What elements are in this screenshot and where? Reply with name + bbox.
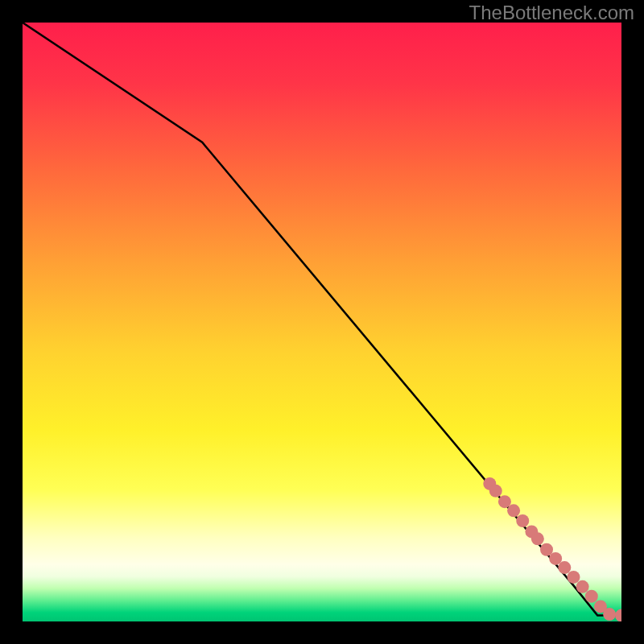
data-point bbox=[558, 561, 571, 574]
data-point bbox=[585, 590, 598, 603]
watermark-text: TheBottleneck.com bbox=[469, 2, 634, 24]
data-point bbox=[507, 504, 520, 517]
chart-svg bbox=[23, 23, 621, 621]
data-point bbox=[531, 532, 544, 545]
data-point bbox=[489, 485, 502, 497]
data-point bbox=[603, 608, 616, 621]
chart-container: TheBottleneck.com bbox=[0, 0, 644, 644]
plot-area bbox=[23, 23, 621, 621]
data-point bbox=[516, 514, 529, 527]
data-point bbox=[576, 580, 589, 593]
data-point bbox=[567, 571, 580, 584]
